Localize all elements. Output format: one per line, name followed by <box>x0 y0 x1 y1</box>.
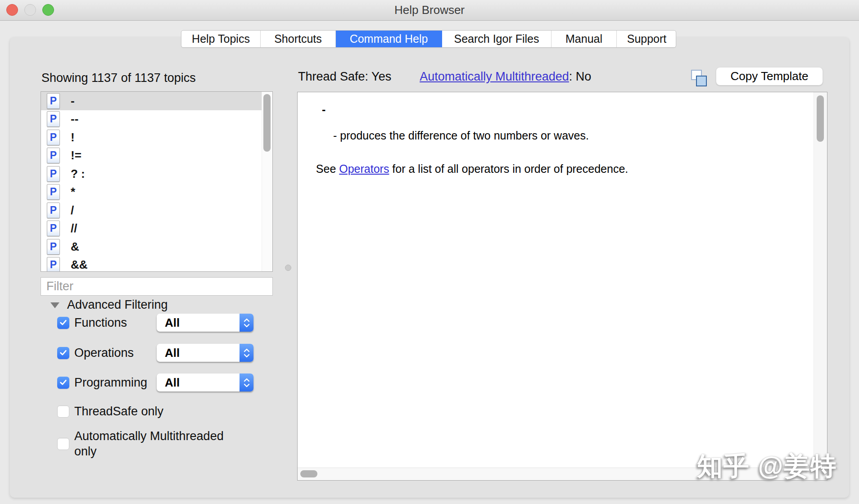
automatically-multithreaded-value: : No <box>569 70 592 84</box>
procedure-doc-icon: P <box>47 239 60 255</box>
dropdown-stepper-icon[interactable] <box>240 344 253 362</box>
automatically-multithreaded-link[interactable]: Automatically Multithreaded <box>420 70 569 84</box>
topic-row-6[interactable]: P/ <box>41 201 262 220</box>
topic-row-9[interactable]: P&& <box>41 256 262 272</box>
procedure-doc-icon: P <box>47 130 60 145</box>
advanced-filtering-label: Advanced Filtering <box>67 298 168 312</box>
disclosure-triangle-icon[interactable] <box>50 302 59 308</box>
checkbox-label-functions: Functions <box>74 316 127 330</box>
topic-label: / <box>71 203 74 217</box>
topic-row-3[interactable]: P!= <box>41 147 262 165</box>
dropdown-value: All <box>157 344 253 362</box>
watermark: 知乎 @姜特 <box>697 449 837 484</box>
window-title: Help Browser <box>0 0 859 20</box>
copy-template-button[interactable]: Copy Template <box>716 67 823 86</box>
procedure-doc-icon: P <box>47 257 60 272</box>
procedure-doc-icon: P <box>47 166 60 182</box>
tab-support[interactable]: Support <box>617 31 676 47</box>
topic-label: ! <box>71 130 75 144</box>
operators-link[interactable]: Operators <box>339 162 389 175</box>
content-vertical-scrollbar[interactable] <box>814 92 827 468</box>
topic-label: ? : <box>71 167 85 181</box>
dropdown-stepper-icon[interactable] <box>240 314 253 332</box>
procedure-doc-icon: P <box>47 148 60 163</box>
filter-row-threadsafe-only: ThreadSafe only <box>57 402 269 420</box>
dropdown-value: All <box>157 374 253 392</box>
content-horizontal-scrollbar-thumb[interactable] <box>300 470 317 477</box>
topic-row-7[interactable]: P// <box>41 220 262 238</box>
topics-list-rows: P-P--P!P!=P? :P*P/P//P&P&& <box>41 92 272 272</box>
content-description: - produces the difference of two numbers… <box>333 129 589 142</box>
topic-label: & <box>71 240 79 254</box>
thread-safe-label: Thread Safe: Yes <box>298 70 391 84</box>
advanced-filtering-header[interactable]: Advanced Filtering <box>50 297 168 313</box>
checkbox-automatically-multithreaded-only[interactable] <box>57 438 69 450</box>
filter-input[interactable] <box>41 277 273 296</box>
dropdown-functions[interactable]: All <box>157 314 253 332</box>
tab-shortcuts[interactable]: Shortcuts <box>261 31 336 47</box>
tab-command-help[interactable]: Command Help <box>336 31 442 47</box>
topics-list-scrollbar-thumb[interactable] <box>263 94 271 152</box>
procedure-doc-icon: P <box>47 202 60 218</box>
copy-icon[interactable] <box>691 70 708 87</box>
pane-splitter-handle[interactable] <box>285 265 291 271</box>
checkbox-operations[interactable] <box>57 347 69 359</box>
filter-row-automatically-multithreaded-only: Automatically Multithreaded only <box>57 427 269 461</box>
content-topic-title: - <box>322 103 326 116</box>
procedure-doc-icon: P <box>47 220 60 236</box>
tab-bar: Help TopicsShortcutsCommand HelpSearch I… <box>181 30 676 48</box>
dropdown-stepper-icon[interactable] <box>240 374 253 392</box>
checkbox-label-threadsafe-only: ThreadSafe only <box>74 405 163 418</box>
filter-row-programming: ProgrammingAll <box>57 374 269 392</box>
copy-icon-front-square <box>696 76 707 86</box>
see-also-pre: See <box>316 162 339 175</box>
dropdown-value: All <box>157 314 253 332</box>
procedure-doc-icon: P <box>47 111 60 127</box>
checkbox-programming[interactable] <box>57 377 69 389</box>
see-also-post: for a list of all operators in order of … <box>389 162 628 175</box>
topic-row-4[interactable]: P? : <box>41 165 262 183</box>
filter-row-functions: FunctionsAll <box>57 314 269 332</box>
topic-row-1[interactable]: P-- <box>41 110 262 129</box>
topics-list-scrollbar[interactable] <box>262 92 272 271</box>
topics-count-label: Showing 1137 of 1137 topics <box>41 71 196 85</box>
topic-label: -- <box>71 112 78 126</box>
topic-status-header: Thread Safe: Yes Automatically Multithre… <box>298 70 591 84</box>
content-vertical-scrollbar-thumb[interactable] <box>817 95 824 142</box>
checkbox-label-programming: Programming <box>74 376 147 390</box>
filter-row-operations: OperationsAll <box>57 344 269 362</box>
topic-row-0[interactable]: P- <box>41 92 262 110</box>
title-bar: Help Browser <box>0 0 859 21</box>
checkbox-label-automatically-multithreaded-only: Automatically Multithreaded only <box>74 428 233 459</box>
procedure-doc-icon: P <box>47 184 60 200</box>
tab-manual[interactable]: Manual <box>552 31 617 47</box>
help-content-pane: - - produces the difference of two numbe… <box>297 92 827 481</box>
procedure-doc-icon: P <box>47 93 60 109</box>
tab-help-topics[interactable]: Help Topics <box>181 31 261 47</box>
tab-search-igor-files[interactable]: Search Igor Files <box>442 31 552 47</box>
topic-row-8[interactable]: P& <box>41 238 262 256</box>
topic-label: * <box>71 185 75 199</box>
dropdown-programming[interactable]: All <box>157 374 253 392</box>
content-see-also: See Operators for a list of all operator… <box>303 149 628 189</box>
checkbox-threadsafe-only[interactable] <box>57 405 69 418</box>
topic-row-2[interactable]: P! <box>41 128 262 147</box>
topic-label: - <box>71 94 75 108</box>
topic-label: // <box>71 221 77 235</box>
topics-list: P-P--P!P!=P? :P*P/P//P&P&& <box>41 91 273 272</box>
topic-label: != <box>71 148 81 162</box>
checkbox-label-operations: Operations <box>74 346 134 360</box>
topic-row-5[interactable]: P* <box>41 183 262 202</box>
checkbox-functions[interactable] <box>57 317 69 329</box>
dropdown-operations[interactable]: All <box>157 344 253 362</box>
topic-label: && <box>71 258 88 272</box>
